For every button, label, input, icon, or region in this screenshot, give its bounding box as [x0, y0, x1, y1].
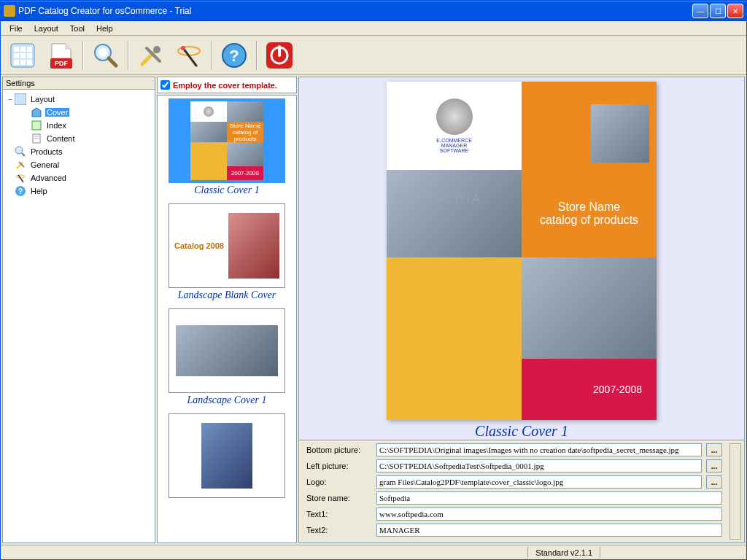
tree-node-general[interactable]: General	[6, 158, 152, 171]
template-landscape-blank[interactable]: Catalog 2008 Landscape Blank Cover	[160, 203, 293, 301]
preview-store-name: Store Name	[558, 201, 620, 214]
employ-label: Employ the cover template.	[173, 81, 277, 90]
field-text1: Text1:	[306, 508, 722, 521]
tools-icon	[136, 41, 166, 70]
content-area: Settings − Layout Cover Index Conten	[1, 75, 746, 545]
template-item[interactable]	[160, 413, 293, 498]
browse-button[interactable]: ...	[706, 443, 722, 456]
templates-column: Employ the cover template. Store Namecat…	[157, 77, 297, 543]
toolbar-separator	[211, 41, 212, 70]
field-text2: Text2:	[306, 524, 722, 537]
advanced-button[interactable]	[170, 38, 208, 73]
watermark: SOFTPEDIA	[394, 192, 481, 207]
tree-node-layout[interactable]: − Layout	[6, 93, 152, 106]
template-list[interactable]: Store Namecatalog of products 2007-2008 …	[157, 95, 297, 543]
svg-rect-8	[20, 60, 26, 65]
field-logo: Logo: ...	[306, 475, 722, 489]
app-window: PDF Catalog Creator for osCommerce - Tri…	[0, 0, 747, 560]
template-caption: Classic Cover 1	[160, 184, 293, 196]
template-caption: Landscape Cover 1	[160, 394, 293, 406]
fields-scrollbar[interactable]	[729, 443, 741, 540]
window-title: PDF Catalog Creator for osCommerce - Tri…	[18, 6, 692, 16]
tools-icon	[15, 159, 26, 171]
preview-pane: E-COMMERCEMANAGERSOFTWARE SOFTPEDIA Stor…	[298, 77, 745, 440]
page-icon	[31, 133, 42, 144]
minimize-button[interactable]: —	[692, 4, 708, 18]
svg-point-31	[15, 147, 23, 154]
maximize-button[interactable]: ☐	[710, 4, 726, 18]
app-icon	[4, 5, 15, 17]
employ-checkbox[interactable]	[160, 80, 170, 90]
grid-icon	[15, 93, 26, 105]
svg-rect-27	[32, 121, 41, 130]
wand-icon	[174, 41, 204, 70]
preview-subtitle: catalog of products	[540, 214, 638, 227]
preview-year: 2007-2008	[593, 384, 642, 395]
template-caption: Landscape Blank Cover	[160, 289, 293, 301]
tree-node-products[interactable]: Products	[6, 145, 152, 158]
products-button[interactable]	[87, 38, 125, 73]
box-icon	[31, 106, 42, 118]
svg-rect-7	[14, 60, 19, 65]
tree-node-help[interactable]: ? Help	[6, 184, 152, 198]
svg-text:?: ?	[18, 187, 23, 195]
menu-help[interactable]: Help	[90, 23, 119, 34]
svg-rect-5	[20, 53, 26, 58]
fields-pane: Bottom picture: ... Left picture: ... Lo…	[298, 440, 745, 543]
preview-document: E-COMMERCEMANAGERSOFTWARE SOFTPEDIA Stor…	[387, 82, 657, 420]
menu-tool[interactable]: Tool	[64, 23, 90, 34]
svg-point-16	[153, 46, 160, 53]
template-landscape-cover-1[interactable]: Landscape Cover 1	[160, 308, 293, 406]
status-version: Standard v2.1.1	[527, 547, 600, 559]
help-icon: ?	[15, 185, 26, 197]
grid-icon	[8, 41, 37, 70]
svg-line-14	[109, 58, 116, 66]
statusbar: Standard v2.1.1	[1, 545, 746, 559]
magnifier-icon	[15, 146, 26, 158]
exit-button[interactable]	[260, 38, 298, 73]
bottom-picture-input[interactable]	[376, 443, 702, 456]
svg-line-19	[183, 48, 196, 66]
wand-icon	[15, 172, 26, 184]
menu-file[interactable]: File	[4, 23, 28, 34]
toolbar-separator	[128, 41, 129, 70]
tree-node-cover[interactable]: Cover	[6, 106, 152, 119]
pdf-button[interactable]: PDF	[42, 38, 80, 73]
main-area: E-COMMERCEMANAGERSOFTWARE SOFTPEDIA Stor…	[298, 77, 745, 543]
svg-rect-6	[27, 53, 32, 58]
field-store-name: Store name:	[306, 491, 722, 505]
expand-icon[interactable]: −	[6, 95, 15, 104]
tree-node-index[interactable]: Index	[6, 119, 152, 132]
toolbar: PDF ?	[1, 36, 746, 75]
text1-input[interactable]	[376, 508, 722, 521]
general-button[interactable]	[132, 38, 170, 73]
tree-node-content[interactable]: Content	[6, 132, 152, 145]
help-icon: ?	[220, 41, 249, 70]
layout-button[interactable]	[4, 38, 42, 73]
store-name-input[interactable]	[376, 491, 722, 505]
svg-point-13	[98, 48, 107, 57]
toolbar-separator	[256, 41, 258, 70]
browse-button[interactable]: ...	[706, 475, 722, 489]
menu-layout[interactable]: Layout	[28, 23, 64, 34]
logo-input[interactable]	[376, 475, 702, 489]
svg-rect-3	[27, 47, 32, 52]
browse-button[interactable]: ...	[706, 459, 722, 472]
magnifier-icon	[91, 41, 120, 70]
svg-rect-4	[14, 53, 19, 58]
svg-line-36	[18, 175, 23, 182]
close-button[interactable]: ✕	[727, 4, 743, 18]
svg-rect-1	[14, 47, 19, 52]
text2-input[interactable]	[376, 524, 722, 537]
left-picture-input[interactable]	[376, 459, 702, 472]
titlebar: PDF Catalog Creator for osCommerce - Tri…	[1, 1, 746, 21]
svg-rect-26	[15, 93, 26, 105]
field-bottom-picture: Bottom picture: ...	[306, 443, 722, 456]
template-classic-cover-1[interactable]: Store Namecatalog of products 2007-2008 …	[160, 98, 293, 196]
toolbar-separator	[82, 41, 84, 70]
tree-node-advanced[interactable]: Advanced	[6, 171, 152, 184]
help-button[interactable]: ?	[215, 38, 253, 73]
sidebar-header: Settings	[3, 77, 155, 90]
settings-sidebar: Settings − Layout Cover Index Conten	[2, 77, 155, 543]
preview-caption: Classic Cover 1	[475, 423, 568, 440]
